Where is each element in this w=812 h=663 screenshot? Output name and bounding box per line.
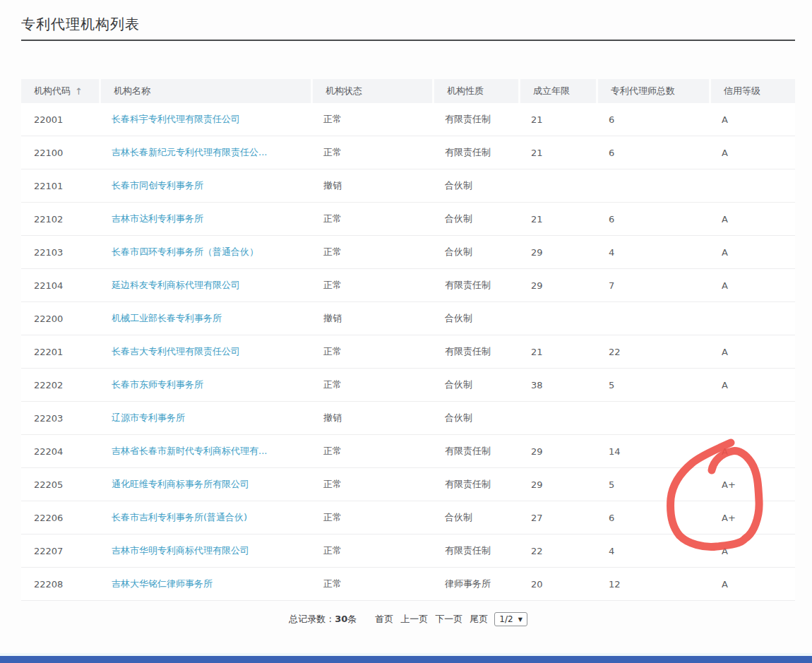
cell-years: 29 <box>518 446 596 457</box>
total-records-unit: 条 <box>347 614 357 624</box>
cell-credit: A <box>709 579 795 590</box>
cell-agents: 22 <box>596 347 709 357</box>
title-block: 专利代理机构列表 <box>21 0 795 41</box>
cell-name: 长春科宇专利代理有限责任公司 <box>99 113 311 126</box>
cell-agents: 5 <box>596 479 709 490</box>
table-row: 22208吉林大华铭仁律师事务所正常律师事务所2012A <box>21 568 795 601</box>
cell-years: 21 <box>518 114 596 125</box>
agency-name-link[interactable]: 长春吉大专利代理有限责任公司 <box>112 346 240 357</box>
cell-code: 22101 <box>21 181 99 191</box>
cell-name: 延边科友专利商标代理有限公司 <box>99 279 311 292</box>
cell-status: 正常 <box>311 445 432 458</box>
cell-code: 22208 <box>21 579 99 590</box>
cell-years: 27 <box>518 513 596 523</box>
cell-code: 22201 <box>21 347 99 357</box>
prev-page-link[interactable]: 上一页 <box>400 613 428 626</box>
agency-name-link[interactable]: 长春市四环专利事务所（普通合伙） <box>112 246 258 257</box>
cell-status: 正常 <box>311 511 432 524</box>
agency-name-link[interactable]: 吉林长春新纪元专利代理有限责任公... <box>112 147 267 157</box>
last-page-link[interactable]: 尾页 <box>470 613 488 626</box>
col-header-nature: 机构性质 <box>432 79 518 103</box>
cell-years: 21 <box>518 347 596 357</box>
cell-status: 正常 <box>311 279 432 292</box>
cell-nature: 有限责任制 <box>432 113 518 126</box>
table-row: 22207吉林市华明专利商标代理有限公司正常有限责任制224A <box>21 534 795 568</box>
cell-nature: 合伙制 <box>432 312 518 325</box>
cell-code: 22207 <box>21 546 99 556</box>
pagination-bar: 总记录数：30条 首页 上一页 下一页 尾页 1/2 ▼ <box>21 612 795 626</box>
agency-name-link[interactable]: 吉林市达利专利事务所 <box>112 213 203 224</box>
cell-name: 吉林省长春市新时代专利商标代理有... <box>99 445 311 458</box>
agency-name-link[interactable]: 机械工业部长春专利事务所 <box>112 313 222 323</box>
col-header-credit: 信用等级 <box>709 79 795 103</box>
cell-agents: 4 <box>596 546 709 556</box>
cell-years: 29 <box>518 479 596 490</box>
first-page-link[interactable]: 首页 <box>375 613 393 626</box>
cell-nature: 合伙制 <box>432 511 518 524</box>
cell-agents: 6 <box>596 114 709 125</box>
cell-agents: 6 <box>596 148 709 158</box>
agency-name-link[interactable]: 通化旺维专利商标事务所有限公司 <box>112 479 249 489</box>
agency-name-link[interactable]: 长春市同创专利事务所 <box>112 180 203 191</box>
next-page-link[interactable]: 下一页 <box>435 613 462 626</box>
page-select-value: 1/2 <box>499 614 513 624</box>
cell-credit: A <box>709 247 795 258</box>
cell-nature: 有限责任制 <box>432 544 518 557</box>
cell-credit: A <box>709 546 795 556</box>
cell-name: 长春市四环专利事务所（普通合伙） <box>99 246 311 258</box>
cell-code: 22204 <box>21 446 99 457</box>
cell-name: 辽源市专利事务所 <box>99 412 311 424</box>
content-container: 专利代理机构列表 机构代码↑机构名称机构状态机构性质成立年限专利代理师总数信用等… <box>21 0 795 626</box>
cell-credit: A <box>709 446 795 457</box>
cell-nature: 合伙制 <box>432 246 518 258</box>
page-title: 专利代理机构列表 <box>21 14 795 34</box>
cell-name: 长春市吉利专利事务所(普通合伙) <box>99 511 311 524</box>
cell-agents: 7 <box>596 280 709 291</box>
cell-code: 22202 <box>21 380 99 390</box>
sort-asc-icon: ↑ <box>75 86 83 97</box>
table-row: 22100吉林长春新纪元专利代理有限责任公...正常有限责任制216A <box>21 136 795 169</box>
agency-name-link[interactable]: 吉林省长春市新时代专利商标代理有... <box>112 446 267 456</box>
cell-nature: 有限责任制 <box>432 445 518 458</box>
cell-years: 21 <box>518 148 596 158</box>
cell-status: 正常 <box>311 478 432 491</box>
cell-name: 长春市东师专利事务所 <box>99 378 311 391</box>
cell-years: 20 <box>518 579 596 590</box>
col-header-code[interactable]: 机构代码↑ <box>21 79 99 103</box>
cell-agents: 4 <box>596 247 709 258</box>
page-select[interactable]: 1/2 ▼ <box>494 612 527 626</box>
cell-nature: 有限责任制 <box>432 345 518 358</box>
cell-nature: 有限责任制 <box>432 279 518 292</box>
col-header-label: 机构代码 <box>34 85 71 97</box>
cell-name: 吉林市华明专利商标代理有限公司 <box>99 544 311 557</box>
col-header-label: 成立年限 <box>533 85 570 97</box>
table-row: 22206长春市吉利专利事务所(普通合伙)正常合伙制276A+ <box>21 501 795 534</box>
cell-credit: A <box>709 148 795 158</box>
cell-nature: 有限责任制 <box>432 146 518 159</box>
cell-credit: A <box>709 347 795 357</box>
cell-nature: 有限责任制 <box>432 478 518 491</box>
cell-nature: 合伙制 <box>432 213 518 225</box>
agency-name-link[interactable]: 长春科宇专利代理有限责任公司 <box>112 114 240 124</box>
table-row: 22201长春吉大专利代理有限责任公司正常有限责任制2122A <box>21 335 795 369</box>
cell-name: 吉林市达利专利事务所 <box>99 213 311 225</box>
cell-years: 29 <box>518 280 596 291</box>
table-row: 22200机械工业部长春专利事务所撤销合伙制 <box>21 302 795 335</box>
agency-name-link[interactable]: 吉林大华铭仁律师事务所 <box>112 578 213 589</box>
agency-name-link[interactable]: 长春市吉利专利事务所(普通合伙) <box>112 512 247 522</box>
table-row: 22101长春市同创专利事务所撤销合伙制 <box>21 169 795 203</box>
agency-table: 机构代码↑机构名称机构状态机构性质成立年限专利代理师总数信用等级 22001长春… <box>21 79 795 601</box>
table-row: 22104延边科友专利商标代理有限公司正常有限责任制297A <box>21 269 795 302</box>
table-header: 机构代码↑机构名称机构状态机构性质成立年限专利代理师总数信用等级 <box>21 79 795 103</box>
col-header-label: 机构状态 <box>326 85 362 97</box>
table-row: 22103长春市四环专利事务所（普通合伙）正常合伙制294A <box>21 236 795 269</box>
cell-status: 正常 <box>311 213 432 225</box>
col-header-status: 机构状态 <box>311 79 432 103</box>
agency-name-link[interactable]: 吉林市华明专利商标代理有限公司 <box>112 545 249 556</box>
agency-name-link[interactable]: 辽源市专利事务所 <box>112 412 185 423</box>
agency-name-link[interactable]: 延边科友专利商标代理有限公司 <box>112 280 240 290</box>
col-header-label: 专利代理师总数 <box>611 85 675 97</box>
cell-status: 正常 <box>311 578 432 590</box>
cell-nature: 律师事务所 <box>432 578 518 590</box>
agency-name-link[interactable]: 长春市东师专利事务所 <box>112 379 203 390</box>
